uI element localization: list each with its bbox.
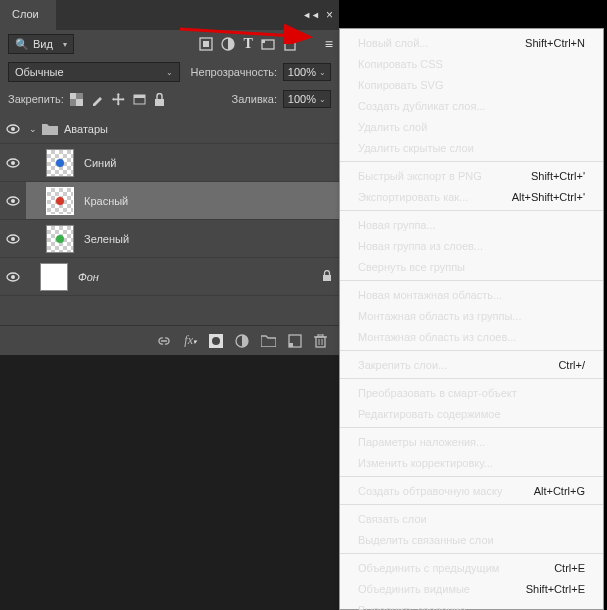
- filter-adjustment-icon[interactable]: [221, 37, 235, 51]
- lock-icon[interactable]: [315, 270, 339, 284]
- new-group-icon[interactable]: [261, 334, 276, 347]
- visibility-toggle[interactable]: [0, 234, 26, 244]
- filter-type-icon[interactable]: T: [243, 36, 252, 52]
- menu-copy-svg[interactable]: Копировать SVG: [340, 74, 603, 95]
- svg-rect-13: [134, 95, 145, 98]
- folder-icon: [40, 122, 60, 135]
- layer-thumbnail[interactable]: [46, 149, 74, 177]
- canvas-dark-area: [0, 355, 339, 610]
- filter-smart-icon[interactable]: [283, 37, 297, 51]
- layer-row[interactable]: Синий: [0, 144, 339, 182]
- svg-point-24: [11, 275, 15, 279]
- menu-separator: [340, 350, 603, 351]
- layer-group-row[interactable]: ⌄ Аватары: [0, 114, 339, 144]
- svg-rect-11: [76, 99, 83, 106]
- layer-row-selected[interactable]: Красный: [0, 182, 339, 220]
- link-layers-icon[interactable]: [156, 335, 172, 347]
- svg-point-27: [212, 337, 220, 345]
- layer-row-background[interactable]: Фон: [0, 258, 339, 296]
- menu-separator: [340, 378, 603, 379]
- visibility-toggle[interactable]: [0, 124, 26, 134]
- filter-shape-icon[interactable]: [261, 37, 275, 51]
- visibility-toggle[interactable]: [0, 182, 26, 219]
- menu-select-linked: Выделить связанные слои: [340, 529, 603, 550]
- layer-thumbnail[interactable]: [40, 263, 68, 291]
- menu-merge-down[interactable]: Объединить с предыдущимCtrl+E: [340, 557, 603, 578]
- menu-separator: [340, 210, 603, 211]
- menu-duplicate-layer[interactable]: Создать дубликат слоя...: [340, 95, 603, 116]
- svg-point-20: [11, 199, 15, 203]
- fx-icon[interactable]: fx▾: [184, 333, 197, 348]
- layer-thumbnail[interactable]: [46, 187, 74, 215]
- search-filter-select[interactable]: 🔍Вид▾: [8, 34, 74, 54]
- menu-separator: [340, 504, 603, 505]
- menu-clipping-mask[interactable]: Создать обтравочную маскуAlt+Ctrl+G: [340, 480, 603, 501]
- blend-mode-value: Обычные: [15, 66, 64, 78]
- lock-artboard-icon[interactable]: [133, 93, 146, 106]
- svg-rect-8: [285, 38, 295, 41]
- new-layer-icon[interactable]: [288, 334, 302, 348]
- panel-tabbar: Слои ◄◄ ×: [0, 0, 339, 30]
- menu-separator: [340, 161, 603, 162]
- view-mode-label: Вид: [33, 38, 53, 50]
- fill-input[interactable]: 100%⌄: [283, 90, 331, 108]
- svg-rect-10: [70, 93, 76, 99]
- tab-layers[interactable]: Слои: [0, 0, 56, 30]
- svg-rect-33: [318, 334, 323, 336]
- menu-copy-css[interactable]: Копировать CSS: [340, 53, 603, 74]
- layer-name[interactable]: Аватары: [60, 123, 339, 135]
- layers-bottom-toolbar: fx▾: [0, 325, 339, 355]
- lock-paint-icon[interactable]: [91, 93, 104, 106]
- menu-merge-visible[interactable]: Объединить видимыеShift+Ctrl+E: [340, 578, 603, 599]
- layer-name[interactable]: Зеленый: [80, 233, 339, 245]
- menu-artboard-from-layers[interactable]: Монтажная область из слоев...: [340, 326, 603, 347]
- lock-label: Закрепить:: [8, 93, 64, 105]
- blend-mode-select[interactable]: Обычные⌄: [8, 62, 180, 82]
- svg-rect-25: [323, 275, 331, 281]
- svg-rect-6: [262, 40, 265, 43]
- visibility-toggle[interactable]: [0, 272, 26, 282]
- lock-transparency-icon[interactable]: [70, 93, 83, 106]
- menu-collapse-groups[interactable]: Свернуть все группы: [340, 256, 603, 277]
- panel-menu-button[interactable]: ≡: [325, 36, 333, 52]
- fill-label: Заливка:: [232, 93, 277, 105]
- menu-artboard-from-group: Монтажная область из группы...: [340, 305, 603, 326]
- adjustment-icon[interactable]: [235, 334, 249, 348]
- menu-convert-smart[interactable]: Преобразовать в смарт-объект: [340, 382, 603, 403]
- svg-rect-14: [155, 99, 164, 106]
- close-panel-icon[interactable]: ×: [326, 8, 333, 22]
- menu-separator: [340, 553, 603, 554]
- opacity-input[interactable]: 100%⌄: [283, 63, 331, 81]
- menu-blending-options[interactable]: Параметры наложения...: [340, 431, 603, 452]
- menu-new-layer[interactable]: Новый слой...Shift+Ctrl+N: [340, 32, 603, 53]
- svg-point-18: [11, 161, 15, 165]
- menu-edit-adjustment: Изменить корректировку...: [340, 452, 603, 473]
- layer-thumbnail[interactable]: [46, 225, 74, 253]
- menu-separator: [340, 280, 603, 281]
- menu-lock-layers[interactable]: Закрепить слои...Ctrl+/: [340, 354, 603, 375]
- visibility-toggle[interactable]: [0, 158, 26, 168]
- layer-name[interactable]: Красный: [80, 195, 339, 207]
- menu-quick-export[interactable]: Быстрый экспорт в PNGShift+Ctrl+': [340, 165, 603, 186]
- menu-flatten[interactable]: Выполнить сведение: [340, 599, 603, 610]
- svg-rect-31: [316, 337, 325, 347]
- svg-rect-30: [289, 343, 293, 347]
- delete-icon[interactable]: [314, 334, 327, 348]
- tab-label: Слои: [12, 8, 39, 20]
- mask-icon[interactable]: [209, 334, 223, 348]
- lock-position-icon[interactable]: [112, 93, 125, 106]
- menu-export-as[interactable]: Экспортировать как...Alt+Shift+Ctrl+': [340, 186, 603, 207]
- expand-toggle[interactable]: ⌄: [26, 124, 40, 134]
- layer-name[interactable]: Фон: [74, 271, 315, 283]
- collapse-icon[interactable]: ◄◄: [302, 10, 320, 20]
- menu-delete-layer[interactable]: Удалить слой: [340, 116, 603, 137]
- opacity-value: 100%: [288, 66, 316, 78]
- lock-all-icon[interactable]: [154, 93, 165, 106]
- layer-row[interactable]: Зеленый: [0, 220, 339, 258]
- menu-new-group[interactable]: Новая группа...: [340, 214, 603, 235]
- layer-name[interactable]: Синий: [80, 157, 339, 169]
- menu-group-from-layers[interactable]: Новая группа из слоев...: [340, 235, 603, 256]
- menu-new-artboard[interactable]: Новая монтажная область...: [340, 284, 603, 305]
- menu-link-layers: Связать слои: [340, 508, 603, 529]
- filter-pixel-icon[interactable]: [199, 37, 213, 51]
